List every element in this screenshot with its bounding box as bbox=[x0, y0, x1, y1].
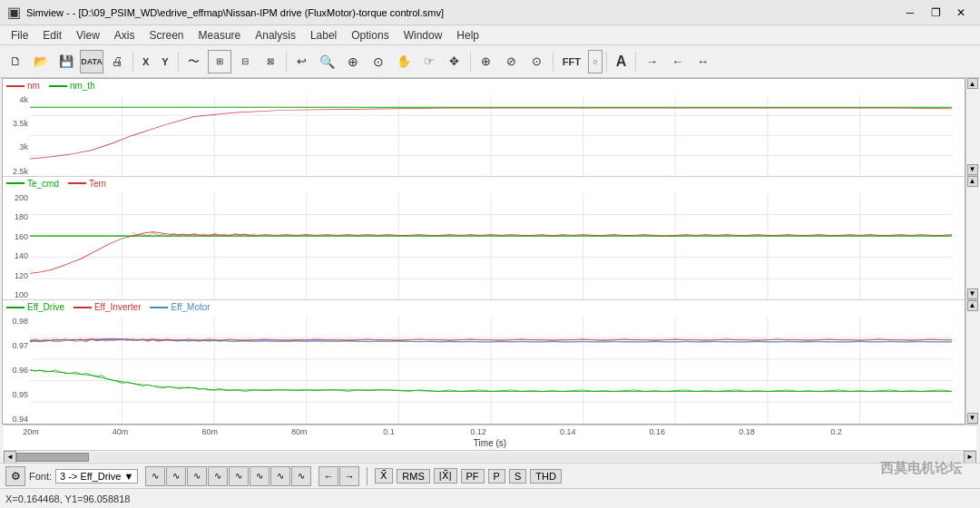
right-scrollbars: ▲ ▼ ▲ ▼ ▲ ▼ bbox=[965, 78, 978, 425]
fft-button[interactable]: FFT bbox=[557, 54, 586, 70]
plot2-legend: Te_cmd Tem bbox=[6, 179, 106, 189]
menu-window[interactable]: Window bbox=[397, 27, 450, 44]
menu-screen[interactable]: Screen bbox=[142, 27, 191, 44]
y-label: 0.98 bbox=[12, 317, 30, 326]
nav-bidir-button[interactable]: ↔ bbox=[691, 50, 714, 73]
minimize-button[interactable]: ─ bbox=[898, 4, 922, 22]
wave-btn-8[interactable]: ∿ bbox=[291, 466, 311, 486]
pf-button[interactable]: PF bbox=[461, 469, 485, 484]
menu-label[interactable]: Label bbox=[303, 27, 344, 44]
prev-wave-button[interactable]: ← bbox=[318, 466, 338, 486]
scroll-up-2[interactable]: ▲ bbox=[967, 176, 978, 187]
menu-view[interactable]: View bbox=[69, 27, 107, 44]
zoom-in-button[interactable]: ⊕ bbox=[341, 50, 365, 73]
y-label: 120 bbox=[15, 271, 30, 280]
new-button[interactable]: 🗋 bbox=[4, 50, 27, 73]
plot-panel-3: Eff_Drive Eff_Inverter Eff_Motor 0.98 bbox=[3, 300, 965, 424]
next-wave-button[interactable]: → bbox=[339, 466, 359, 486]
menu-help[interactable]: Help bbox=[449, 27, 486, 44]
restore-button[interactable]: ❐ bbox=[924, 4, 947, 22]
sep3 bbox=[286, 52, 287, 72]
wave-style1-button[interactable]: 〜 bbox=[182, 50, 206, 73]
sep4 bbox=[470, 52, 471, 72]
legend-eff-inverter: Eff_Inverter bbox=[74, 302, 142, 312]
plot3-svg bbox=[30, 317, 952, 424]
wave-style4-button[interactable]: ⊠ bbox=[259, 50, 282, 73]
zoom-out-button[interactable]: 🔍 bbox=[316, 50, 339, 73]
plots-and-scroll: nm nm_th 4k 3.5k 3k 2.5k bbox=[2, 78, 978, 463]
sep5 bbox=[553, 52, 554, 72]
rms-button[interactable]: RMS bbox=[397, 469, 429, 484]
p-button[interactable]: P bbox=[488, 469, 505, 484]
y-label: 140 bbox=[15, 251, 30, 260]
font-label: Font: bbox=[29, 471, 52, 482]
scroll-left-button[interactable]: ◄ bbox=[4, 451, 16, 464]
menu-edit[interactable]: Edit bbox=[35, 27, 69, 44]
wave-btn-6[interactable]: ∿ bbox=[250, 466, 270, 486]
fft-toggle[interactable]: ○ bbox=[588, 50, 603, 73]
wave-style2-button[interactable]: ⊞ bbox=[208, 50, 231, 73]
wave-btn-7[interactable]: ∿ bbox=[270, 466, 290, 486]
scroll-down-2[interactable]: ▼ bbox=[967, 288, 978, 299]
separator-line bbox=[367, 467, 368, 485]
y-axis-button[interactable]: Y bbox=[156, 54, 173, 70]
menu-measure[interactable]: Measure bbox=[191, 27, 249, 44]
x-tick-014: 0.14 bbox=[560, 427, 576, 436]
zoom-fit-button[interactable]: ⊙ bbox=[367, 50, 390, 73]
label-button[interactable]: A bbox=[611, 51, 632, 73]
wave-btn-1[interactable]: ∿ bbox=[145, 466, 165, 486]
wave-btn-3[interactable]: ∿ bbox=[187, 466, 207, 486]
font-selector[interactable]: 3 -> Eff_Drive ▼ bbox=[55, 469, 138, 484]
wave-btn-4[interactable]: ∿ bbox=[208, 466, 228, 486]
legend-eff-motor: Eff_Motor bbox=[150, 302, 210, 312]
scroll-up-1[interactable]: ▲ bbox=[967, 78, 978, 89]
y-label: 180 bbox=[15, 212, 30, 221]
s-button[interactable]: S bbox=[509, 469, 526, 484]
y-label: 0.97 bbox=[12, 341, 30, 350]
absbar-button[interactable]: |X̄| bbox=[434, 468, 457, 484]
cursor3-button[interactable]: ⊙ bbox=[525, 50, 549, 73]
scroll-right-button[interactable]: ► bbox=[964, 451, 976, 464]
data-button[interactable]: DATA bbox=[80, 50, 103, 73]
x-tick-80m: 80m bbox=[291, 427, 308, 436]
wave-buttons: ∿ ∿ ∿ ∿ ∿ ∿ ∿ ∿ bbox=[145, 466, 311, 486]
pan-button[interactable]: ✥ bbox=[443, 50, 466, 73]
wave-btn-5[interactable]: ∿ bbox=[229, 466, 249, 486]
plot3-legend: Eff_Drive Eff_Inverter Eff_Motor bbox=[6, 302, 211, 312]
menu-axis[interactable]: Axis bbox=[107, 27, 142, 44]
sep6 bbox=[606, 52, 607, 72]
xbar-button[interactable]: X̄ bbox=[375, 468, 393, 484]
print-button[interactable]: 🖨 bbox=[105, 50, 129, 73]
x-axis-button[interactable]: X bbox=[137, 54, 154, 70]
scroll-up-3[interactable]: ▲ bbox=[967, 300, 978, 311]
close-button[interactable]: ✕ bbox=[949, 4, 973, 22]
cursor2-button[interactable]: ⊘ bbox=[500, 50, 524, 73]
menu-options[interactable]: Options bbox=[344, 27, 396, 44]
scroll-down-3[interactable]: ▼ bbox=[967, 413, 978, 424]
nav-left-button[interactable]: ← bbox=[665, 50, 689, 73]
cursor1-button[interactable]: ⊕ bbox=[475, 50, 498, 73]
thd-button[interactable]: THD bbox=[530, 469, 562, 484]
plot3-canvas bbox=[30, 317, 952, 424]
plot3-y-axis: 0.98 0.97 0.96 0.95 0.94 bbox=[5, 317, 30, 424]
scroll-down-1[interactable]: ▼ bbox=[967, 164, 978, 175]
save-button[interactable]: 💾 bbox=[54, 50, 78, 73]
undo-button[interactable]: ↩ bbox=[290, 50, 314, 73]
wave-style3-button[interactable]: ⊟ bbox=[233, 50, 257, 73]
title-text: Simview - - [D:\09_PSIM_WD\edrive_effmap… bbox=[26, 7, 444, 18]
hand-button[interactable]: ✋ bbox=[392, 50, 416, 73]
pointer-button[interactable]: ☞ bbox=[417, 50, 441, 73]
nav-right-button[interactable]: → bbox=[640, 50, 663, 73]
menu-file[interactable]: File bbox=[4, 27, 35, 44]
coordinates-text: X=0.164468, Y1=96.058818 bbox=[5, 493, 130, 504]
plot2-y-axis: 200 180 160 140 120 100 bbox=[5, 193, 30, 300]
menu-analysis[interactable]: Analysis bbox=[248, 27, 303, 44]
settings-button[interactable]: ⚙ bbox=[5, 466, 25, 486]
y-label: 0.95 bbox=[12, 390, 30, 399]
x-tick-01: 0.1 bbox=[383, 427, 395, 436]
legend-te-cmd: Te_cmd bbox=[6, 179, 59, 189]
y-label: 160 bbox=[15, 232, 30, 241]
scroll-section-2: ▲ ▼ bbox=[966, 176, 978, 300]
wave-btn-2[interactable]: ∿ bbox=[166, 466, 186, 486]
open-button[interactable]: 📂 bbox=[29, 50, 53, 73]
